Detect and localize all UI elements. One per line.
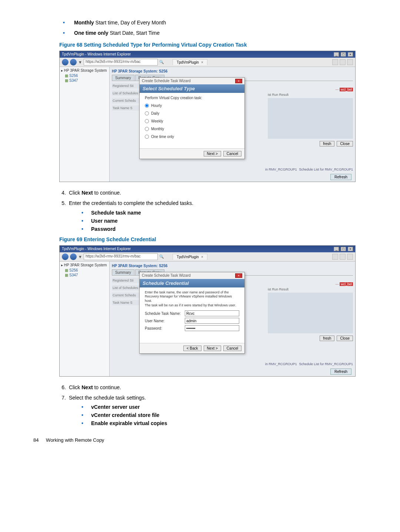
column-header: ist Run Result (268, 287, 353, 291)
radio-daily[interactable] (145, 111, 149, 115)
radio-label: Monthly (151, 127, 164, 131)
bottom-links: in RMV_RCGROUP1 Schedule List for RMV_RC… (265, 168, 353, 171)
refresh-button[interactable]: Refresh (330, 174, 351, 180)
figure-69-title: Figure 69 Entering Schedule Credential (59, 236, 367, 242)
sidebar-item-s347[interactable]: ▦S347 (65, 273, 108, 277)
step-5: 5. Enter the credentials to complete the… (59, 199, 367, 207)
result-box (268, 98, 353, 139)
storage-system-header: HP 3PAR Storage System: S256 (112, 69, 353, 73)
sidebar: ▸ HP 3PAR Storage System ▦S256 ▦S347 (60, 262, 110, 376)
forward-icon[interactable] (70, 59, 77, 65)
schedule-wizard-dialog: Create Schedule Task Wizard × Select Sch… (139, 77, 245, 159)
task-name-label: Schedule Task Name: (145, 312, 182, 316)
wizard-footer: Next > Cancel (140, 148, 244, 159)
browser-tab[interactable]: TpdVmPlugin × (173, 59, 207, 65)
password-input[interactable] (185, 325, 239, 331)
tab-label: TpdVmPlugin (177, 255, 199, 259)
browser-tab[interactable]: TpdVmPlugin × (173, 254, 207, 260)
cancel-button[interactable]: Cancel (223, 151, 241, 156)
sidebar-item-s347[interactable]: ▦S347 (65, 78, 108, 83)
link-schedule-list[interactable]: Schedule List for RMV_RCGROUP1 (299, 362, 353, 366)
step-text: Enter the credentials to complete the sc… (69, 199, 367, 207)
bullet-bold: Monthly (74, 20, 94, 26)
address-input[interactable]: https://w2k8-rmv-9931/rmv-m/bac (84, 59, 158, 65)
tools-icon[interactable] (347, 59, 353, 65)
figure-69-screenshot: TpdVmPlugin - Windows Internet Explorer … (59, 245, 356, 377)
refresh-button[interactable]: Refresh (330, 368, 351, 375)
tab-summary[interactable]: Summary (112, 269, 134, 275)
sidebar-item-s256[interactable]: ▦S256 (65, 74, 108, 78)
ie-titlebar: TpdVmPlugin - Windows Internet Explorer … (60, 51, 355, 58)
storage-icon: ▦ (65, 78, 68, 83)
next-button[interactable]: Next > (204, 151, 221, 156)
back-button[interactable]: < Back (183, 346, 201, 351)
maximize-icon[interactable]: □ (341, 247, 346, 251)
back-icon[interactable] (62, 59, 69, 65)
next-button[interactable]: Next > (204, 346, 221, 351)
wizard-titlebar: Create Schedule Task Wizard × (140, 272, 244, 279)
wizard-titlebar: Create Schedule Task Wizard × (140, 78, 244, 84)
wizard-close-icon[interactable]: × (235, 273, 242, 278)
wizard-close-icon[interactable]: × (235, 79, 242, 83)
tab-close-icon[interactable]: × (201, 255, 203, 259)
wizard-body: Perform Virtual Copy creation task: Hour… (140, 93, 244, 148)
wizard-desc: Recovery Manager for VMware vSphere inst… (145, 294, 239, 303)
storage-icon: ▦ (65, 273, 68, 277)
ie-window-title: TpdVmPlugin - Windows Internet Explorer (62, 247, 131, 251)
sub-bullet: Schedule task name (81, 210, 367, 216)
link-schedule-list[interactable]: Schedule List for RMV_RCGROUP1 (299, 168, 353, 171)
close-button[interactable]: Close (337, 141, 353, 147)
footer-section: Working with Remote Copy (46, 437, 104, 443)
right-panel: — wcl_bel ist Run Result fresh Close (268, 282, 353, 356)
tools-icon[interactable] (347, 254, 353, 260)
step-bold: Next (81, 384, 93, 390)
task-name-input[interactable] (185, 310, 239, 316)
link-rcgroup[interactable]: in RMV_RCGROUP1 (265, 168, 297, 171)
radio-label: One time only (151, 135, 174, 139)
window-controls: _ □ × (333, 247, 353, 251)
user-name-input[interactable] (185, 318, 239, 324)
radio-monthly[interactable] (145, 127, 149, 131)
sidebar-root[interactable]: ▸ HP 3PAR Storage System (61, 263, 108, 267)
back-icon[interactable] (62, 253, 69, 260)
wizard-band: Schedule Credential (140, 279, 244, 287)
minimize-icon[interactable]: _ (334, 247, 339, 251)
maximize-icon[interactable]: □ (341, 52, 346, 57)
address-input[interactable]: https://w2k8-rmv-9931/rmv-m/bac (84, 253, 158, 260)
toolbar-icons (332, 254, 353, 260)
radio-label: Hourly (151, 104, 162, 108)
figure-68-screenshot: TpdVmPlugin - Windows Internet Explorer … (59, 51, 356, 182)
radio-weekly[interactable] (145, 119, 149, 123)
wizard-title-text: Create Schedule Task Wizard (142, 79, 191, 83)
ie-window-title: TpdVmPlugin - Windows Internet Explorer (62, 52, 131, 56)
minimize-icon[interactable]: _ (334, 52, 339, 57)
wizard-desc: Enter the task name, the user name and p… (145, 290, 239, 295)
radio-onetime[interactable] (145, 135, 149, 139)
column-header: ist Run Result (268, 93, 353, 97)
fresh-button[interactable]: fresh (320, 141, 334, 147)
close-button[interactable]: Close (337, 336, 353, 341)
radio-hourly[interactable] (145, 104, 149, 108)
tab-label: TpdVmPlugin (177, 60, 199, 64)
favorites-icon[interactable] (340, 59, 346, 65)
close-icon[interactable]: × (348, 247, 353, 251)
link-rcgroup[interactable]: in RMV_RCGROUP1 (265, 362, 297, 366)
tab-summary[interactable]: Summary (112, 75, 134, 81)
cancel-button[interactable]: Cancel (223, 346, 241, 351)
sidebar-root[interactable]: ▸ HP 3PAR Storage System (61, 68, 108, 73)
fresh-button[interactable]: fresh (320, 336, 334, 341)
step-bold: Next (81, 190, 93, 196)
storage-icon: ▦ (65, 268, 68, 272)
forward-icon[interactable] (70, 253, 77, 260)
red-badge: wcl_bel (340, 88, 353, 91)
sidebar-item-s256[interactable]: ▦S256 (65, 268, 108, 272)
home-icon[interactable] (332, 254, 338, 260)
password-label: Password: (145, 326, 182, 330)
home-icon[interactable] (332, 59, 338, 65)
step5-bullets: Schedule task name User name Password (81, 210, 367, 232)
tab-close-icon[interactable]: × (201, 60, 203, 64)
wizard-band: Select Scheduled Type (140, 84, 244, 93)
favorites-icon[interactable] (340, 254, 346, 260)
close-icon[interactable]: × (348, 52, 353, 57)
intro-bullet: Monthly Start time, Day of Every Month (63, 18, 367, 27)
